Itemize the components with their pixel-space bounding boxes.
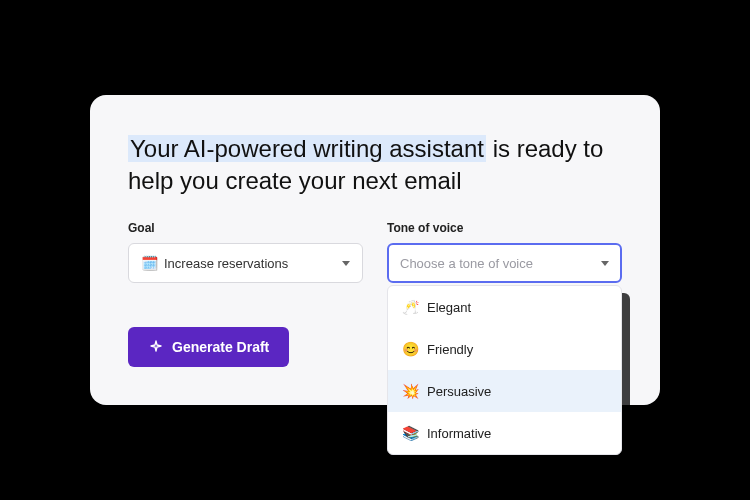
chevron-down-icon bbox=[601, 261, 609, 266]
calendar-icon: 🗓️ bbox=[141, 255, 158, 271]
ai-assistant-card: Your AI-powered writing assistant is rea… bbox=[90, 95, 660, 406]
sparkle-icon bbox=[148, 339, 164, 355]
option-emoji-icon: 🥂 bbox=[402, 299, 419, 315]
headline: Your AI-powered writing assistant is rea… bbox=[128, 133, 622, 198]
chevron-down-icon bbox=[342, 261, 350, 266]
tone-option[interactable]: 🥂Elegant bbox=[388, 286, 621, 328]
generate-draft-label: Generate Draft bbox=[172, 339, 269, 355]
option-label: Friendly bbox=[427, 342, 473, 357]
option-emoji-icon: 📚 bbox=[402, 425, 419, 441]
tone-label: Tone of voice bbox=[387, 221, 622, 235]
option-label: Elegant bbox=[427, 300, 471, 315]
generate-draft-button[interactable]: Generate Draft bbox=[128, 327, 289, 367]
option-emoji-icon: 💥 bbox=[402, 383, 419, 399]
goal-label: Goal bbox=[128, 221, 363, 235]
option-label: Persuasive bbox=[427, 384, 491, 399]
tone-placeholder: Choose a tone of voice bbox=[400, 256, 601, 271]
tone-dropdown: 🥂Elegant😊Friendly💥Persuasive📚Informative bbox=[387, 285, 622, 455]
headline-highlight: Your AI-powered writing assistant bbox=[128, 135, 486, 162]
tone-option[interactable]: 📚Informative bbox=[388, 412, 621, 454]
form-row: Goal 🗓️ Increase reservations Tone of vo… bbox=[128, 221, 622, 283]
option-label: Informative bbox=[427, 426, 491, 441]
option-emoji-icon: 😊 bbox=[402, 341, 419, 357]
tone-select[interactable]: Choose a tone of voice bbox=[387, 243, 622, 283]
goal-value: Increase reservations bbox=[164, 256, 342, 271]
tone-field: Tone of voice Choose a tone of voice 🥂El… bbox=[387, 221, 622, 283]
tone-option[interactable]: 😊Friendly bbox=[388, 328, 621, 370]
goal-field: Goal 🗓️ Increase reservations bbox=[128, 221, 363, 283]
tone-option[interactable]: 💥Persuasive bbox=[388, 370, 621, 412]
goal-select[interactable]: 🗓️ Increase reservations bbox=[128, 243, 363, 283]
